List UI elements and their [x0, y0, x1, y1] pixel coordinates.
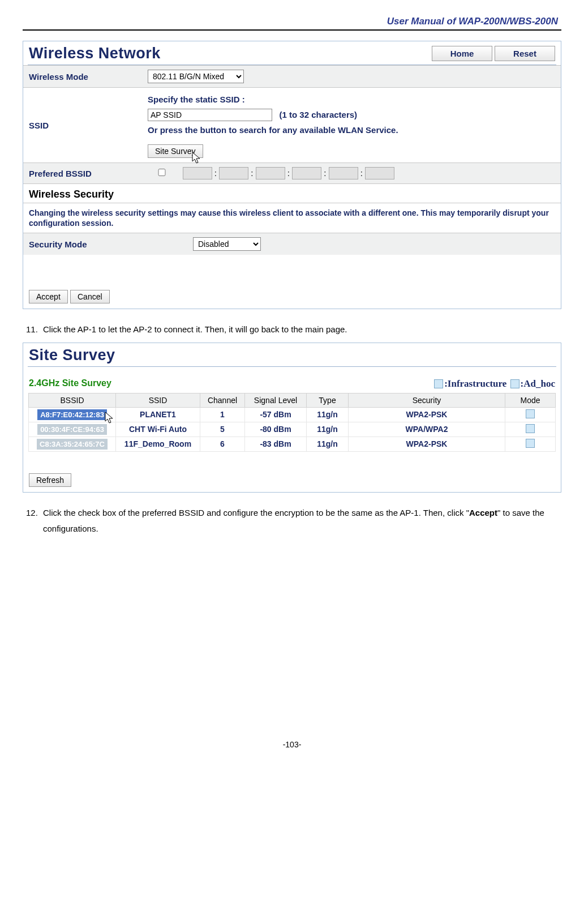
security-warning: Changing the wireless security settings …	[23, 203, 561, 233]
ssid-static-prompt: Specify the static SSID :	[148, 92, 555, 107]
bssid-badge[interactable]: C8:3A:35:24:65:7C	[37, 439, 108, 450]
ssid-input[interactable]	[148, 109, 272, 121]
mac-1[interactable]	[183, 167, 212, 179]
security-mode-select[interactable]: Disabled	[193, 237, 261, 251]
cell-signal: -57 dBm	[245, 407, 307, 422]
security-mode-label: Security Mode	[23, 233, 187, 255]
col-signal: Signal Level	[245, 393, 307, 407]
legend: :Infrastructure :Ad_hoc	[433, 378, 555, 390]
cell-type: 11g/n	[307, 407, 349, 422]
mode-icon	[526, 439, 535, 448]
cell-security: WPA/WPA2	[349, 422, 505, 437]
infrastructure-icon	[434, 379, 443, 388]
cell-type: 11g/n	[307, 422, 349, 437]
prefered-bssid-label: Prefered BSSID	[23, 163, 142, 184]
cancel-button[interactable]: Cancel	[70, 290, 110, 303]
cell-channel: 1	[200, 407, 245, 422]
cell-signal: -80 dBm	[245, 422, 307, 437]
survey-table: BSSID SSID Channel Signal Level Type Sec…	[28, 393, 556, 452]
cell-channel: 5	[200, 422, 245, 437]
wireless-mode-select[interactable]: 802.11 B/G/N Mixed	[148, 70, 244, 83]
table-row[interactable]: 00:30:4F:CE:94:63 CHT Wi-Fi Auto 5 -80 d…	[29, 422, 556, 437]
mode-icon	[526, 424, 535, 433]
cell-security: WPA2-PSK	[349, 437, 505, 451]
refresh-button[interactable]: Refresh	[29, 473, 71, 487]
step-text: Click the AP-1 to let the AP-2 to connec…	[43, 322, 347, 338]
wireless-mode-label: Wireless Mode	[23, 66, 142, 88]
home-button[interactable]: Home	[432, 46, 492, 61]
step-number: 11.	[26, 322, 43, 338]
panel-title: Wireless Network	[29, 45, 430, 62]
cell-ssid: 11F_Demo_Room	[116, 437, 200, 451]
cell-ssid: CHT Wi-Fi Auto	[116, 422, 200, 437]
accept-button[interactable]: Accept	[29, 290, 68, 303]
panel-title: Site Survey	[29, 346, 555, 364]
ssid-or-text: Or press the button to search for any av…	[148, 122, 555, 138]
wireless-network-panel: Wireless Network Home Reset Wireless Mod…	[23, 41, 561, 309]
wireless-security-title: Wireless Security	[23, 183, 561, 203]
adhoc-icon	[510, 379, 519, 388]
doc-header: User Manual of WAP-200N/WBS-200N	[23, 16, 561, 27]
col-bssid: BSSID	[29, 393, 116, 407]
ssid-hint: (1 to 32 characters)	[280, 110, 358, 119]
mode-icon	[526, 409, 535, 418]
table-row[interactable]: A8:F7:E0:42:12:83 PLANET1 1 -57 dBm 11g/…	[29, 407, 556, 422]
bssid-badge[interactable]: 00:30:4F:CE:94:63	[37, 424, 107, 435]
mac-2[interactable]	[219, 167, 248, 179]
col-ssid: SSID	[116, 393, 200, 407]
reset-button[interactable]: Reset	[495, 46, 555, 61]
page-number: -103-	[23, 542, 561, 749]
survey-frequency: 2.4GHz Site Survey	[29, 378, 433, 390]
cell-signal: -83 dBm	[245, 437, 307, 451]
site-survey-button[interactable]: Site Survey	[148, 144, 203, 158]
table-row[interactable]: C8:3A:35:24:65:7C 11F_Demo_Room 6 -83 dB…	[29, 437, 556, 451]
mac-6[interactable]	[365, 167, 394, 179]
mac-3[interactable]	[256, 167, 285, 179]
col-mode: Mode	[505, 393, 556, 407]
cell-ssid: PLANET1	[116, 407, 200, 422]
step-number: 12.	[26, 505, 43, 537]
mac-4[interactable]	[292, 167, 321, 179]
cell-type: 11g/n	[307, 437, 349, 451]
cell-channel: 6	[200, 437, 245, 451]
cell-security: WPA2-PSK	[349, 407, 505, 422]
col-channel: Channel	[200, 393, 245, 407]
bssid-badge[interactable]: A8:F7:E0:42:12:83	[37, 409, 107, 420]
col-security: Security	[349, 393, 505, 407]
mac-5[interactable]	[329, 167, 358, 179]
header-rule	[23, 29, 561, 31]
step-11: 11. Click the AP-1 to let the AP-2 to co…	[26, 322, 558, 338]
step-12: 12. Click the check box of the preferred…	[26, 505, 558, 537]
step-text: Click the check box of the preferred BSS…	[43, 505, 558, 537]
col-type: Type	[307, 393, 349, 407]
ssid-label: SSID	[23, 88, 142, 163]
site-survey-panel: Site Survey 2.4GHz Site Survey :Infrastr…	[23, 343, 561, 493]
prefered-bssid-checkbox[interactable]	[150, 169, 174, 176]
